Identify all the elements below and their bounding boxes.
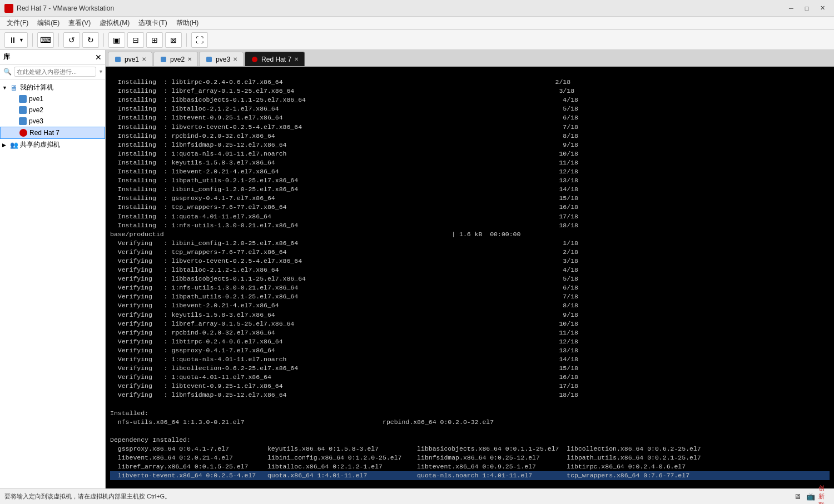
terminal-area[interactable]: Installing : libtirpc-0.2.4-0.6.el7.x86_…	[106, 67, 834, 488]
status-message: 要将输入定向到该虚拟机，请在虚拟机内部里主机按 Ctrl+G。	[4, 492, 171, 501]
toolbar-separator-3	[103, 33, 104, 47]
sidebar-item-redhat7[interactable]: Red Hat 7	[0, 127, 105, 139]
maximize-button[interactable]: □	[800, 3, 814, 14]
tab-label-pve2: pve2	[170, 56, 185, 63]
tab-close-pve2[interactable]: ✕	[187, 56, 192, 62]
terminal-content: Installing : libtirpc-0.2.4-0.6.el7.x86_…	[110, 78, 701, 470]
menu-item-3[interactable]: 虚拟机(M)	[95, 17, 134, 29]
view-icon-1: ▣	[112, 36, 121, 44]
tab-redhat7[interactable]: Red Hat 7 ✕	[245, 52, 305, 66]
view-button-1[interactable]: ▣	[108, 32, 125, 48]
sidebar-search-area: 🔍 ▼	[0, 64, 105, 79]
tab-close-redhat7[interactable]: ✕	[294, 56, 299, 62]
sidebar-title: 库	[3, 52, 10, 62]
search-input[interactable]	[14, 67, 96, 77]
tab-pve3[interactable]: pve3 ✕	[199, 52, 244, 66]
tab-icon-pve2	[160, 56, 167, 63]
view-icon-3: ⊞	[150, 36, 159, 44]
pause-dropdown-icon: ▼	[19, 37, 24, 43]
tab-icon-pve3	[205, 56, 213, 63]
vm-icon-pve1	[18, 94, 27, 103]
fullscreen-icon: ⛶	[195, 36, 204, 44]
tab-pve1[interactable]: pve1 ✕	[108, 52, 152, 66]
menu-item-0[interactable]: 文件(F)	[2, 17, 33, 29]
computer-icon: 🖥	[9, 83, 18, 92]
terminal[interactable]: Installing : libtirpc-0.2.4-0.6.el7.x86_…	[106, 67, 834, 488]
tabstrip: pve1 ✕ pve2 ✕ pve3 ✕ Red Hat 7 ✕	[106, 50, 834, 67]
window-controls: ─ □ ✕	[784, 3, 830, 14]
view-button-3[interactable]: ⊞	[146, 32, 163, 48]
forward-icon: ↻	[86, 36, 95, 44]
right-panel: pve1 ✕ pve2 ✕ pve3 ✕ Red Hat 7 ✕ Install…	[106, 50, 834, 488]
main-area: 库 ✕ 🔍 ▼ ▼ 🖥 我的计算机 pve1	[0, 50, 834, 488]
send-keys-button[interactable]: ⌨	[37, 32, 54, 48]
search-dropdown-icon: ▼	[98, 69, 103, 74]
close-button[interactable]: ✕	[815, 3, 830, 14]
sidebar-close-button[interactable]: ✕	[95, 53, 102, 62]
sidebar: 库 ✕ 🔍 ▼ ▼ 🖥 我的计算机 pve1	[0, 50, 106, 488]
brand-icon: 创新联	[818, 491, 830, 502]
minimize-button[interactable]: ─	[784, 3, 798, 14]
keyboard-icon: ⌨	[41, 36, 50, 44]
sidebar-item-pve1[interactable]: pve1	[0, 93, 105, 104]
back-icon: ↺	[67, 36, 76, 44]
monitor-icon: 📺	[805, 491, 816, 502]
tab-close-pve1[interactable]: ✕	[142, 56, 146, 62]
toolbar-separator-2	[58, 33, 59, 47]
toolbar-separator-4	[186, 33, 187, 47]
sidebar-item-pve2[interactable]: pve2	[0, 104, 105, 116]
expand-icon-shared: ▶	[2, 142, 8, 148]
view-icon-4: ⊠	[169, 36, 178, 44]
shared-label: 共享的虚拟机	[20, 140, 60, 149]
sidebar-item-pve3[interactable]: pve3	[0, 116, 105, 127]
tab-pve2[interactable]: pve2 ✕	[153, 52, 198, 66]
forward-button[interactable]: ↻	[82, 32, 99, 48]
menu-item-1[interactable]: 编辑(E)	[33, 17, 64, 29]
my-computer-label: 我的计算机	[20, 83, 53, 92]
pve1-label: pve1	[29, 95, 43, 103]
vm-icon-pve2	[18, 106, 27, 114]
status-icons: 🖥 📺 创新联	[792, 491, 830, 502]
titlebar: Red Hat 7 - VMware Workstation ─ □ ✕	[0, 0, 834, 17]
tab-icon-redhat7	[251, 56, 259, 63]
sidebar-tree: ▼ 🖥 我的计算机 pve1 pve2 pve3	[0, 79, 105, 488]
statusbar: 要将输入定向到该虚拟机，请在虚拟机内部里主机按 Ctrl+G。 🖥 📺 创新联	[0, 488, 834, 504]
search-icon: 🔍	[3, 68, 12, 76]
shared-icon: 👥	[9, 141, 18, 149]
pve3-label: pve3	[29, 117, 43, 125]
network-icon: 🖥	[792, 491, 803, 502]
menubar: 文件(F)编辑(E)查看(V)虚拟机(M)选项卡(T)帮助(H)	[0, 17, 834, 30]
menu-item-5[interactable]: 帮助(H)	[172, 17, 203, 29]
pause-button[interactable]: ⏸ ▼	[4, 32, 28, 48]
sidebar-header: 库 ✕	[0, 50, 105, 64]
expand-icon: ▼	[2, 85, 8, 91]
menu-item-4[interactable]: 选项卡(T)	[134, 17, 171, 29]
tab-icon-pve1	[114, 56, 122, 63]
toolbar-separator-1	[32, 33, 33, 47]
view-button-2[interactable]: ⊟	[127, 32, 144, 48]
pause-icon: ⏸	[8, 36, 17, 44]
app-icon	[4, 4, 13, 13]
tab-label-pve1: pve1	[125, 56, 139, 63]
sidebar-item-mycomputer[interactable]: ▼ 🖥 我的计算机	[0, 82, 105, 93]
fullscreen-button[interactable]: ⛶	[191, 32, 208, 48]
vm-icon-redhat7	[19, 128, 28, 137]
window-title: Red Hat 7 - VMware Workstation	[17, 4, 784, 12]
pve2-label: pve2	[29, 106, 43, 114]
tab-close-pve3[interactable]: ✕	[233, 56, 237, 62]
vm-icon-pve3	[18, 117, 27, 126]
dep-selected-line: libverto-tevent.x86_64 0:0.2.5-4.el7 quo…	[110, 471, 830, 480]
tab-label-redhat7: Red Hat 7	[261, 56, 291, 63]
back-button[interactable]: ↺	[63, 32, 80, 48]
sidebar-item-shared[interactable]: ▶ 👥 共享的虚拟机	[0, 139, 105, 151]
view-icon-2: ⊟	[131, 36, 140, 44]
toolbar: ⏸ ▼ ⌨ ↺ ↻ ▣ ⊟ ⊞ ⊠ ⛶	[0, 30, 834, 50]
view-button-4[interactable]: ⊠	[165, 32, 182, 48]
tab-label-pve3: pve3	[216, 56, 230, 63]
redhat7-label: Red Hat 7	[29, 129, 59, 137]
menu-item-2[interactable]: 查看(V)	[64, 17, 95, 29]
